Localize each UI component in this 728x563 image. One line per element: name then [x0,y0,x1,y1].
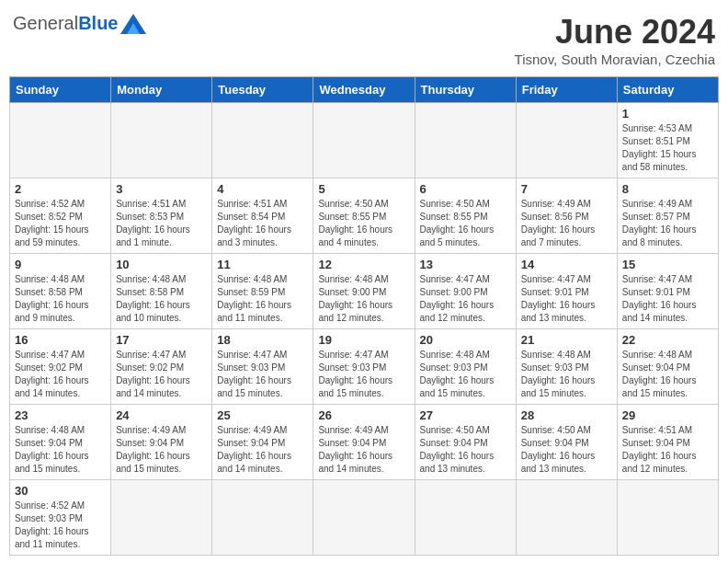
calendar-day-cell [212,103,313,178]
calendar-week-row: 30Sunrise: 4:52 AM Sunset: 9:03 PM Dayli… [10,480,719,556]
day-info: Sunrise: 4:49 AM Sunset: 8:56 PM Dayligh… [521,198,612,249]
day-number: 22 [622,333,713,347]
day-info: Sunrise: 4:48 AM Sunset: 9:03 PM Dayligh… [420,349,511,400]
day-number: 8 [622,182,713,196]
day-number: 17 [116,333,207,347]
day-number: 18 [217,333,308,347]
calendar-day-cell: 9Sunrise: 4:48 AM Sunset: 8:58 PM Daylig… [10,254,111,329]
calendar-day-cell: 27Sunrise: 4:50 AM Sunset: 9:04 PM Dayli… [415,405,516,480]
day-number: 16 [15,333,106,347]
calendar-day-cell: 1Sunrise: 4:53 AM Sunset: 8:51 PM Daylig… [617,103,718,178]
day-number: 19 [318,333,409,347]
calendar-day-cell [313,480,415,556]
day-of-week-header: Sunday [10,77,111,103]
calendar-day-cell [10,103,111,178]
calendar-day-cell: 7Sunrise: 4:49 AM Sunset: 8:56 PM Daylig… [516,178,617,254]
day-info: Sunrise: 4:53 AM Sunset: 8:51 PM Dayligh… [622,122,713,174]
day-of-week-header: Thursday [415,77,516,103]
calendar-day-cell [516,103,617,178]
location-subtitle: Tisnov, South Moravian, Czechia [515,52,715,67]
calendar-day-cell: 23Sunrise: 4:48 AM Sunset: 9:04 PM Dayli… [10,405,111,480]
day-number: 3 [116,182,207,196]
calendar-day-cell: 18Sunrise: 4:47 AM Sunset: 9:03 PM Dayli… [212,329,313,405]
day-number: 10 [116,258,207,271]
day-number: 27 [420,408,511,422]
day-number: 13 [420,258,511,271]
calendar-day-cell: 3Sunrise: 4:51 AM Sunset: 8:53 PM Daylig… [111,178,212,254]
calendar-day-cell: 15Sunrise: 4:47 AM Sunset: 9:01 PM Dayli… [617,254,718,329]
day-info: Sunrise: 4:50 AM Sunset: 9:04 PM Dayligh… [420,424,511,476]
day-number: 25 [217,408,308,422]
day-info: Sunrise: 4:49 AM Sunset: 9:04 PM Dayligh… [116,424,207,476]
day-info: Sunrise: 4:48 AM Sunset: 8:58 PM Dayligh… [116,273,207,325]
day-number: 2 [15,182,106,196]
day-info: Sunrise: 4:48 AM Sunset: 9:04 PM Dayligh… [622,349,713,400]
day-info: Sunrise: 4:51 AM Sunset: 8:53 PM Dayligh… [116,198,207,249]
day-info: Sunrise: 4:51 AM Sunset: 9:04 PM Dayligh… [622,424,713,476]
day-info: Sunrise: 4:48 AM Sunset: 9:04 PM Dayligh… [15,424,106,476]
calendar-day-cell [111,103,212,178]
day-info: Sunrise: 4:47 AM Sunset: 9:03 PM Dayligh… [318,349,409,400]
calendar-day-cell: 17Sunrise: 4:47 AM Sunset: 9:02 PM Dayli… [111,329,212,405]
calendar-day-cell: 8Sunrise: 4:49 AM Sunset: 8:57 PM Daylig… [617,178,718,254]
calendar-day-cell: 28Sunrise: 4:50 AM Sunset: 9:04 PM Dayli… [516,405,617,480]
day-info: Sunrise: 4:47 AM Sunset: 9:02 PM Dayligh… [15,349,106,400]
day-info: Sunrise: 4:47 AM Sunset: 9:03 PM Dayligh… [217,349,308,400]
day-info: Sunrise: 4:50 AM Sunset: 8:55 PM Dayligh… [318,198,409,249]
day-number: 23 [15,408,106,422]
calendar-day-cell: 13Sunrise: 4:47 AM Sunset: 9:00 PM Dayli… [415,254,516,329]
day-info: Sunrise: 4:48 AM Sunset: 8:58 PM Dayligh… [15,273,106,325]
calendar-day-cell [415,103,516,178]
day-number: 4 [217,182,308,196]
calendar-week-row: 23Sunrise: 4:48 AM Sunset: 9:04 PM Dayli… [10,405,719,480]
day-number: 24 [116,408,207,422]
calendar-day-cell: 5Sunrise: 4:50 AM Sunset: 8:55 PM Daylig… [313,178,415,254]
calendar-day-cell: 30Sunrise: 4:52 AM Sunset: 9:03 PM Dayli… [10,480,111,556]
day-number: 15 [622,258,713,271]
day-info: Sunrise: 4:49 AM Sunset: 9:04 PM Dayligh… [217,424,308,476]
day-number: 21 [521,333,612,347]
day-of-week-header: Wednesday [313,77,415,103]
day-number: 20 [420,333,511,347]
day-number: 29 [622,408,713,422]
day-number: 30 [15,484,106,498]
calendar-day-cell [313,103,415,178]
calendar-day-cell: 2Sunrise: 4:52 AM Sunset: 8:52 PM Daylig… [10,178,111,254]
day-info: Sunrise: 4:47 AM Sunset: 9:01 PM Dayligh… [521,273,612,325]
day-info: Sunrise: 4:47 AM Sunset: 9:02 PM Dayligh… [116,349,207,400]
day-number: 1 [622,107,713,121]
calendar-day-cell: 12Sunrise: 4:48 AM Sunset: 9:00 PM Dayli… [313,254,415,329]
calendar-week-row: 9Sunrise: 4:48 AM Sunset: 8:58 PM Daylig… [10,254,719,329]
calendar-day-cell: 24Sunrise: 4:49 AM Sunset: 9:04 PM Dayli… [111,405,212,480]
day-info: Sunrise: 4:47 AM Sunset: 9:00 PM Dayligh… [420,273,511,325]
calendar-day-cell: 21Sunrise: 4:48 AM Sunset: 9:03 PM Dayli… [516,329,617,405]
calendar-day-cell: 10Sunrise: 4:48 AM Sunset: 8:58 PM Dayli… [111,254,212,329]
logo-general: General [13,13,78,34]
calendar-day-cell: 29Sunrise: 4:51 AM Sunset: 9:04 PM Dayli… [617,405,718,480]
calendar-day-cell: 16Sunrise: 4:47 AM Sunset: 9:02 PM Dayli… [10,329,111,405]
calendar-day-cell: 4Sunrise: 4:51 AM Sunset: 8:54 PM Daylig… [212,178,313,254]
day-number: 12 [318,258,409,271]
logo-blue: Blue [78,13,118,34]
calendar-day-cell: 19Sunrise: 4:47 AM Sunset: 9:03 PM Dayli… [313,329,415,405]
day-info: Sunrise: 4:48 AM Sunset: 8:59 PM Dayligh… [217,273,308,325]
calendar-day-cell [516,480,617,556]
calendar-week-row: 2Sunrise: 4:52 AM Sunset: 8:52 PM Daylig… [10,178,719,254]
day-info: Sunrise: 4:48 AM Sunset: 9:03 PM Dayligh… [521,349,612,400]
day-info: Sunrise: 4:48 AM Sunset: 9:00 PM Dayligh… [318,273,409,325]
day-number: 11 [217,258,308,271]
day-number: 26 [318,408,409,422]
calendar-header-row: SundayMondayTuesdayWednesdayThursdayFrid… [10,77,719,103]
day-info: Sunrise: 4:50 AM Sunset: 8:55 PM Dayligh… [420,198,511,249]
header: General Blue June 2024 Tisnov, South Mor… [9,9,719,71]
calendar-day-cell: 20Sunrise: 4:48 AM Sunset: 9:03 PM Dayli… [415,329,516,405]
title-area: June 2024 Tisnov, South Moravian, Czechi… [515,13,715,67]
month-title: June 2024 [515,13,715,52]
day-number: 7 [521,182,612,196]
logo: General Blue [13,13,146,34]
calendar-day-cell [617,480,718,556]
calendar-day-cell: 22Sunrise: 4:48 AM Sunset: 9:04 PM Dayli… [617,329,718,405]
calendar-day-cell [212,480,313,556]
day-of-week-header: Friday [516,77,617,103]
day-number: 28 [521,408,612,422]
